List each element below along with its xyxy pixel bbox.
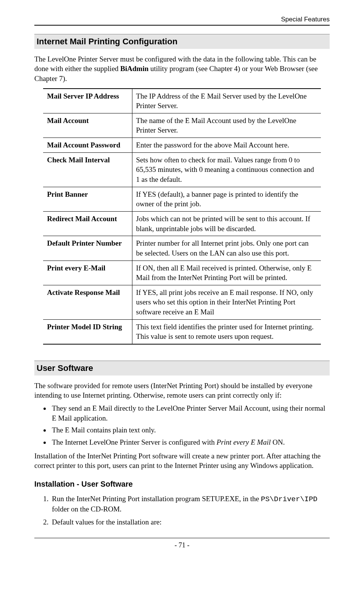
- running-header: Special Features: [34, 15, 330, 25]
- setting-label: Activate Response Mail: [43, 285, 132, 319]
- header-rule: Special Features: [34, 15, 330, 26]
- page-number: - 71 -: [175, 541, 190, 549]
- table-row: Redirect Mail Account Jobs which can not…: [43, 211, 321, 236]
- setting-label: Mail Account: [43, 113, 132, 138]
- setting-desc: The IP Address of the E Mail Server used…: [132, 89, 321, 113]
- step-text-pre: Run the InterNet Printing Port installat…: [52, 495, 261, 503]
- heading-internet-mail-printing: Internet Mail Printing Configuration: [34, 34, 330, 49]
- page-footer: - 71 -: [34, 538, 330, 550]
- table-row: Printer Model ID String This text field …: [43, 319, 321, 344]
- setting-label: Print every E-Mail: [43, 261, 132, 285]
- steps-list: Run the InterNet Printing Port installat…: [34, 494, 330, 527]
- setting-label: Mail Account Password: [43, 138, 132, 153]
- setting-label: Redirect Mail Account: [43, 211, 132, 236]
- step-text-mono: PS\Driver\IPD: [261, 495, 317, 503]
- table-row: Mail Account Password Enter the password…: [43, 138, 321, 153]
- setting-desc: Jobs which can not be printed will be se…: [132, 211, 321, 236]
- table-row: Print every E-Mail If ON, then all E Mai…: [43, 261, 321, 285]
- setting-desc: Sets how often to check for mail. Values…: [132, 152, 321, 187]
- table-row: Print Banner If YES (default), a banner …: [43, 187, 321, 211]
- setting-label: Printer Model ID String: [43, 319, 132, 344]
- setting-desc: If YES (default), a banner page is print…: [132, 187, 321, 211]
- list-item: Default values for the installation are:: [50, 517, 330, 527]
- setting-desc: Printer number for all Internet print jo…: [132, 236, 321, 261]
- table-row: Activate Response Mail If YES, all print…: [43, 285, 321, 319]
- heading-installation: Installation - User Software: [34, 479, 330, 489]
- intro-text-bold: BiAdmin: [120, 65, 148, 73]
- table-row: Check Mail Interval Sets how often to ch…: [43, 152, 321, 187]
- list-item: The E Mail contains plain text only.: [50, 425, 330, 435]
- setting-label: Check Mail Interval: [43, 152, 132, 187]
- setting-desc: If ON, then all E Mail received is print…: [132, 261, 321, 285]
- list-item: The Internet LevelOne Printer Server is …: [50, 437, 330, 447]
- list-item: They send an E Mail directly to the Leve…: [50, 403, 330, 423]
- user-software-intro: The software provided for remote users (…: [34, 381, 330, 400]
- setting-desc: This text field identifies the printer u…: [132, 319, 321, 344]
- user-software-para2: Installation of the InterNet Printing Po…: [34, 451, 330, 471]
- list-item-text-pre: The Internet LevelOne Printer Server is …: [52, 438, 217, 446]
- table-row: Mail Account The name of the E Mail Acco…: [43, 113, 321, 138]
- setting-label: Default Printer Number: [43, 236, 132, 261]
- list-item: Run the InterNet Printing Port installat…: [50, 494, 330, 514]
- table-row: Default Printer Number Printer number fo…: [43, 236, 321, 261]
- setting-desc: The name of the E Mail Account used by t…: [132, 113, 321, 138]
- step-text-post: folder on the CD-ROM.: [52, 505, 122, 513]
- table-row: Mail Server IP Address The IP Address of…: [43, 89, 321, 113]
- setting-desc: If YES, all print jobs receive an E mail…: [132, 285, 321, 319]
- intro-paragraph-1: The LevelOne Printer Server must be conf…: [34, 54, 330, 84]
- heading-user-software: User Software: [34, 361, 330, 375]
- list-item-text-italic: Print every E Mail: [217, 438, 271, 446]
- list-item-text-post: ON.: [271, 438, 285, 446]
- settings-table: Mail Server IP Address The IP Address of…: [43, 88, 321, 345]
- setting-label: Mail Server IP Address: [43, 89, 132, 113]
- page-container: Special Features Internet Mail Printing …: [0, 0, 364, 561]
- bullet-list: They send an E Mail directly to the Leve…: [34, 403, 330, 447]
- setting-desc: Enter the password for the above Mail Ac…: [132, 138, 321, 153]
- setting-label: Print Banner: [43, 187, 132, 211]
